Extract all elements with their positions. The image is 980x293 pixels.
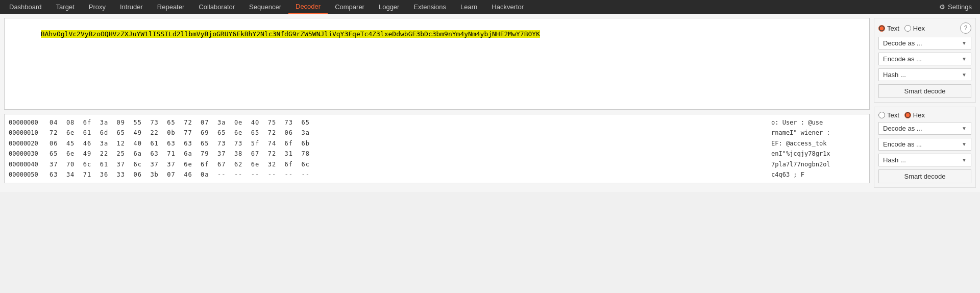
highlighted-input-text: BAhvOglVc2VyBzoOQHVzZXJuYW1lISSILd2llbmV… — [41, 30, 540, 38]
gear-icon: ⚙ — [939, 3, 945, 11]
bottom-decode-as-chevron: ▼ — [962, 126, 967, 131]
decoder-right: Text Hex ? Decode as ... ▼ Encode as ...… — [874, 18, 976, 188]
table-row: 00000020 06 45 46 3a 12 40 61 63 63 65 7… — [9, 138, 865, 149]
top-hash-button[interactable]: Hash ... ▼ — [878, 68, 971, 81]
nav-item-learn[interactable]: Learn — [453, 0, 484, 14]
bottom-encode-as-button[interactable]: Encode as ... ▼ — [878, 138, 971, 151]
bottom-hex-label: Hex — [913, 111, 925, 119]
main-content: BAhvOglVc2VyBzoOQHVzZXJuYW1lISSILd2llbmV… — [0, 14, 980, 192]
table-row: 00000010 72 6e 61 6d 65 49 22 0b 77 69 6… — [9, 128, 865, 138]
bottom-hash-chevron: ▼ — [962, 157, 967, 163]
nav-item-intruder[interactable]: Intruder — [113, 0, 150, 14]
bottom-hash-label: Hash ... — [883, 156, 906, 164]
hex-output-panel: 00000000 04 08 6f 3a 09 55 73 65 72 07 3… — [4, 114, 870, 183]
bottom-right-section: Text Hex Decode as ... ▼ Encode as ... ▼… — [874, 107, 976, 188]
top-hex-radio-label[interactable]: Hex — [904, 25, 925, 32]
bottom-hex-radio[interactable] — [904, 112, 911, 118]
nav-item-comparer[interactable]: Comparer — [328, 0, 372, 14]
top-help-button[interactable]: ? — [960, 22, 971, 34]
bottom-smart-decode-button[interactable]: Smart decode — [878, 169, 971, 183]
nav-item-repeater[interactable]: Repeater — [150, 0, 191, 14]
table-row: 00000000 04 08 6f 3a 09 55 73 65 72 07 3… — [9, 117, 865, 128]
settings-label: Settings — [948, 3, 972, 11]
bottom-encode-as-label: Encode as ... — [883, 140, 922, 148]
top-text-radio[interactable] — [878, 25, 885, 32]
decoder-left: BAhvOglVc2VyBzoOQHVzZXJuYW1lISSILd2llbmV… — [4, 18, 870, 188]
bottom-decode-as-label: Decode as ... — [883, 125, 922, 132]
top-encode-as-button[interactable]: Encode as ... ▼ — [878, 53, 971, 65]
top-input-textarea[interactable]: BAhvOglVc2VyBzoOQHVzZXJuYW1lISSILd2llbmV… — [5, 18, 869, 109]
top-format-radio-group: Text Hex ? — [878, 22, 971, 34]
nav-item-logger[interactable]: Logger — [372, 0, 406, 14]
table-row: 00000040 37 70 6c 61 37 6c 37 37 6e 6f 6… — [9, 159, 865, 169]
top-input-panel: BAhvOglVc2VyBzoOQHVzZXJuYW1lISSILd2llbmV… — [4, 18, 870, 110]
nav-item-decoder[interactable]: Decoder — [288, 0, 328, 14]
nav-item-collaborator[interactable]: Collaborator — [191, 0, 242, 14]
nav-item-proxy[interactable]: Proxy — [82, 0, 113, 14]
nav-item-extensions[interactable]: Extensions — [406, 0, 453, 14]
settings-button[interactable]: ⚙ Settings — [933, 3, 978, 11]
bottom-text-radio-label[interactable]: Text — [878, 111, 899, 119]
top-hex-label: Hex — [913, 25, 925, 32]
top-hash-chevron: ▼ — [962, 72, 967, 78]
table-row: 00000050 63 34 71 36 33 06 3b 07 46 0a -… — [9, 169, 865, 180]
top-hash-label: Hash ... — [883, 71, 906, 79]
bottom-format-radio-group: Text Hex — [878, 111, 971, 119]
top-hex-radio[interactable] — [904, 25, 911, 32]
top-decode-as-label: Decode as ... — [883, 39, 922, 47]
nav-item-target[interactable]: Target — [49, 0, 82, 14]
top-smart-decode-button[interactable]: Smart decode — [878, 84, 971, 98]
bottom-text-radio[interactable] — [878, 112, 885, 118]
top-text-label: Text — [887, 25, 899, 32]
table-row: 00000030 65 6e 49 22 25 6a 63 71 6a 79 3… — [9, 149, 865, 159]
nav-item-hackvertor[interactable]: Hackvertor — [484, 0, 531, 14]
top-right-section: Text Hex ? Decode as ... ▼ Encode as ...… — [874, 18, 976, 103]
top-nav: Dashboard Target Proxy Intruder Repeater… — [0, 0, 980, 14]
nav-item-dashboard[interactable]: Dashboard — [2, 0, 49, 14]
bottom-decode-as-button[interactable]: Decode as ... ▼ — [878, 122, 971, 135]
bottom-hex-radio-label[interactable]: Hex — [904, 111, 925, 119]
bottom-text-label: Text — [887, 111, 899, 119]
bottom-hash-button[interactable]: Hash ... ▼ — [878, 154, 971, 166]
bottom-encode-as-chevron: ▼ — [962, 141, 967, 147]
top-text-radio-label[interactable]: Text — [878, 25, 899, 32]
top-encode-as-chevron: ▼ — [962, 56, 967, 62]
top-decode-as-button[interactable]: Decode as ... ▼ — [878, 37, 971, 50]
nav-item-sequencer[interactable]: Sequencer — [242, 0, 288, 14]
top-decode-as-chevron: ▼ — [962, 40, 967, 46]
top-encode-as-label: Encode as ... — [883, 55, 922, 63]
